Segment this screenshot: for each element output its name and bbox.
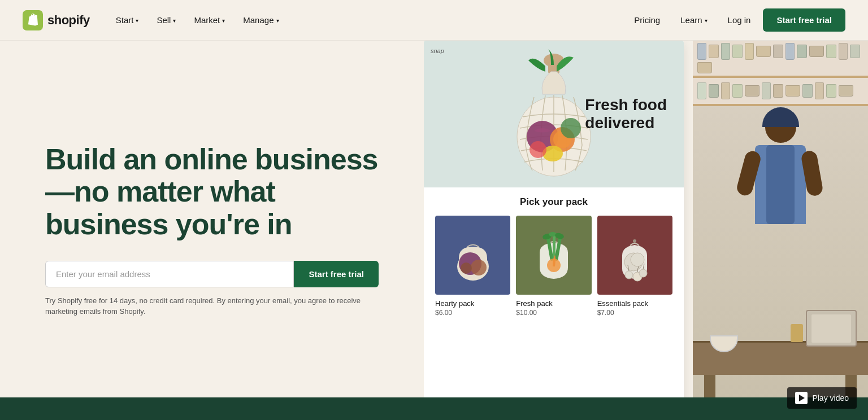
card-hero-image: snap	[424, 41, 684, 187]
pick-pack-title: Pick your pack	[435, 196, 672, 208]
product-image-essentials	[597, 216, 672, 295]
person-body	[755, 145, 806, 224]
brand-name: shopify	[47, 13, 90, 28]
email-input[interactable]	[45, 261, 294, 287]
product-image-fresh	[516, 216, 591, 295]
nav-manage[interactable]: Manage ▾	[235, 11, 287, 29]
jar-item	[815, 82, 824, 99]
disclaimer-text: Try Shopify free for 14 days, no credit …	[45, 295, 373, 317]
product-price: $6.00	[435, 309, 510, 317]
hearty-pack-svg	[450, 227, 496, 283]
play-triangle-icon	[799, 395, 805, 401]
list-item[interactable]: Essentials pack $7.00	[597, 216, 672, 317]
nav-pricing[interactable]: Pricing	[626, 11, 668, 29]
jar-item	[839, 43, 848, 60]
svg-point-9	[530, 141, 546, 158]
nav-primary: Start ▾ Sell ▾ Market ▾ Manage ▾	[108, 11, 287, 29]
nav-login[interactable]: Log in	[720, 11, 759, 29]
jar-item	[797, 45, 807, 58]
jar-item	[785, 43, 795, 60]
nav-start-trial-button[interactable]: Start free trial	[763, 8, 845, 32]
play-video-label: Play video	[812, 393, 849, 403]
jar-item	[802, 84, 813, 98]
svg-point-23	[639, 269, 647, 277]
chevron-down-icon: ▾	[222, 18, 225, 24]
kitchen-lower	[693, 106, 868, 420]
play-video-button[interactable]: Play video	[787, 387, 857, 409]
jar-item	[773, 84, 783, 98]
jar-item	[762, 82, 771, 99]
product-grid: Hearty pack $6.00	[435, 216, 672, 317]
jar-item	[826, 45, 836, 58]
chevron-down-icon: ▾	[136, 18, 138, 24]
svg-point-20	[547, 259, 561, 272]
jar-item	[697, 62, 712, 73]
product-image-hearty	[435, 216, 510, 295]
play-icon	[795, 392, 808, 404]
jar-item	[773, 45, 783, 58]
svg-point-12	[471, 260, 487, 275]
person-head	[765, 112, 796, 143]
hero-start-trial-button[interactable]: Start free trial	[294, 261, 379, 287]
product-name: Fresh pack	[516, 299, 591, 308]
hero-heading: Build an online business —no matter what…	[45, 143, 379, 240]
jar-item	[826, 84, 836, 98]
product-price: $10.00	[516, 309, 591, 317]
fresh-food-subtitle: delivered	[585, 113, 667, 132]
essentials-pack-svg	[612, 227, 657, 283]
list-item[interactable]: Fresh pack $10.00	[516, 216, 591, 317]
chevron-down-icon: ▾	[276, 18, 279, 24]
main-content: Build an online business —no matter what…	[0, 41, 868, 420]
jar-item	[850, 45, 860, 58]
nav-learn[interactable]: Learn ▾	[672, 11, 715, 29]
product-name: Essentials pack	[597, 299, 672, 308]
jar-item	[732, 45, 743, 58]
hero-section: Build an online business —no matter what…	[0, 41, 424, 420]
nav-sell[interactable]: Sell ▾	[149, 11, 184, 29]
right-arm	[800, 150, 823, 197]
jar-item	[745, 85, 760, 97]
list-item[interactable]: Hearty pack $6.00	[435, 216, 510, 317]
fresh-food-overlay: Fresh food delivered	[585, 97, 667, 132]
product-price: $7.00	[597, 309, 672, 317]
shopify-logo-icon	[23, 10, 43, 30]
shelf-row-1	[693, 41, 868, 78]
svg-point-24	[625, 271, 633, 279]
jar-item	[756, 46, 771, 57]
email-form: Start free trial	[45, 261, 379, 287]
svg-point-21	[633, 239, 636, 243]
shelf-row-2	[693, 78, 868, 106]
svg-point-8	[561, 118, 581, 138]
jar-item	[721, 43, 730, 60]
jar-item	[709, 84, 719, 98]
svg-point-13	[461, 262, 472, 274]
logo[interactable]: shopify	[23, 10, 90, 30]
footer-bar	[0, 397, 868, 420]
headwrap	[762, 107, 799, 127]
right-panel: snap	[424, 41, 868, 420]
jar-item	[745, 43, 754, 60]
nav-start[interactable]: Start ▾	[108, 11, 147, 29]
jar-item	[709, 45, 719, 58]
person-silhouette	[730, 106, 831, 388]
jar-item	[785, 85, 800, 97]
jar-item	[697, 43, 706, 60]
chevron-down-icon: ▾	[173, 18, 176, 24]
jar-item	[721, 82, 730, 99]
nav-secondary: Pricing Learn ▾ Log in Start free trial	[626, 8, 845, 32]
snap-badge: snap	[431, 47, 444, 54]
jar-item	[839, 85, 853, 97]
chevron-down-icon: ▾	[705, 18, 708, 24]
apron	[766, 145, 795, 224]
jar-item	[809, 46, 824, 57]
fresh-pack-svg	[531, 227, 576, 283]
product-name: Hearty pack	[435, 299, 510, 308]
svg-point-26	[631, 253, 644, 266]
product-showcase-card: snap	[424, 41, 684, 420]
jar-item	[697, 82, 706, 99]
product-listing: Pick your pack	[424, 187, 684, 326]
jar-item	[732, 84, 743, 98]
navbar: shopify Start ▾ Sell ▾ Market ▾ Manage ▾…	[0, 0, 868, 41]
left-arm	[735, 150, 762, 198]
nav-market[interactable]: Market ▾	[186, 11, 233, 29]
